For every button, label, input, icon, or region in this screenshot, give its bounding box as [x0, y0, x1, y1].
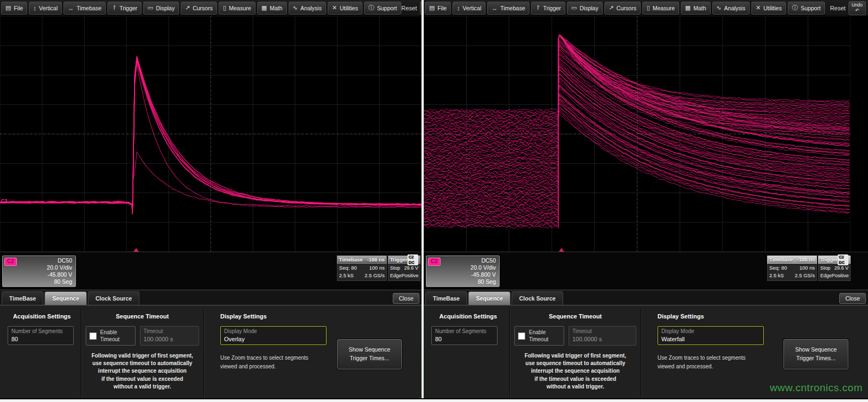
- timebase-icon: ↔: [492, 5, 497, 11]
- menu-item-label: Support: [801, 5, 821, 11]
- timeout-field[interactable]: Timeout 100.0000 s: [140, 326, 199, 346]
- channel-descriptor[interactable]: C2 DC50 20.0 V/div -45.800 V 80 Seg: [2, 256, 76, 287]
- sequence-timeout-note: Following valid trigger of first segment…: [86, 352, 199, 391]
- show-sequence-trigger-times-button[interactable]: Show Sequence Trigger Times...: [783, 339, 848, 369]
- menu-item-label: Trigger: [543, 5, 561, 11]
- sequence-timeout-note: Following valid trigger of first segment…: [514, 352, 636, 391]
- menu-item-display[interactable]: ▭Display: [567, 2, 603, 15]
- display-mode-value: Overlay: [224, 336, 323, 343]
- undo-button[interactable]: Undo ↶: [848, 1, 866, 15]
- tab-clock-source[interactable]: Clock Source: [512, 291, 563, 305]
- tab-timebase[interactable]: TimeBase: [425, 291, 467, 305]
- menu-item-label: Display: [579, 5, 598, 11]
- trigger-time-marker[interactable]: [133, 248, 139, 252]
- measure-icon: ▯: [647, 4, 650, 11]
- display-icon: ▭: [571, 4, 577, 11]
- menu-item-vertical[interactable]: ↕Vertical: [29, 2, 62, 15]
- menu-item-label: Utilities: [340, 5, 358, 11]
- display-mode-label: Display Mode: [224, 328, 323, 335]
- tab-timebase[interactable]: TimeBase: [2, 291, 43, 305]
- trigger-descriptor[interactable]: Trigger C2 DC Stop 29.6 V Edge Positive: [388, 256, 420, 281]
- trigger-source-badge: C2 DC: [407, 254, 418, 265]
- menu-item-math[interactable]: ▦Math: [257, 2, 287, 15]
- cursors-icon: ↗: [609, 4, 614, 11]
- descriptor-bar: C2 DC50 20.0 V/div -45.800 V 80 Seg Time…: [0, 252, 422, 290]
- show-sequence-trigger-times-button[interactable]: Show Sequence Trigger Times...: [337, 339, 402, 369]
- channel-descriptor[interactable]: C2 DC50 20.0 V/div -45.800 V 80 Seg: [426, 256, 500, 287]
- timeout-field[interactable]: Timeout 100.0000 s: [569, 326, 636, 346]
- number-of-segments-field[interactable]: Number of Segments 80: [8, 326, 74, 345]
- reset-button[interactable]: Reset: [401, 5, 417, 11]
- menu-item-cursors[interactable]: ↗Cursors: [181, 2, 217, 15]
- menu-item-support[interactable]: ⓘSupport: [364, 2, 401, 15]
- watermark: www.cntronics.com: [770, 382, 863, 394]
- trigger-time-marker[interactable]: [559, 248, 564, 252]
- menu-item-label: Timebase: [76, 5, 101, 11]
- menu-item-file[interactable]: ▤File: [1, 2, 27, 15]
- menu-item-utilities[interactable]: ✕Utilities: [328, 2, 362, 15]
- timebase-descriptor[interactable]: Timebase -188 ns Seq: 80 100 ns 2.5 kS 2…: [337, 256, 387, 281]
- menu-item-trigger[interactable]: ↾Trigger: [107, 2, 142, 15]
- menu-item-trigger[interactable]: ↾Trigger: [531, 2, 565, 15]
- menu-item-label: Support: [377, 5, 397, 11]
- menu-item-label: Measure: [653, 5, 675, 11]
- menu-item-label: Measure: [229, 5, 251, 11]
- menu-item-utilities[interactable]: ✕Utilities: [751, 2, 786, 15]
- dialog-tab-bar: TimeBaseSequenceClock SourceClose: [424, 290, 868, 305]
- utilities-icon: ✕: [332, 4, 337, 11]
- dialog-tab-bar: TimeBaseSequenceClock SourceClose: [0, 290, 422, 305]
- support-icon: ⓘ: [368, 4, 374, 12]
- menu-item-measure[interactable]: ▯Measure: [219, 2, 256, 15]
- menu-item-cursors[interactable]: ↗Cursors: [604, 2, 641, 15]
- menu-item-label: Timebase: [500, 5, 525, 11]
- menu-item-math[interactable]: ▦Math: [681, 2, 711, 15]
- close-button[interactable]: Close: [839, 293, 866, 304]
- menu-item-display[interactable]: ▭Display: [143, 2, 179, 15]
- menu-item-label: Cursors: [193, 5, 213, 11]
- menu-item-analysis[interactable]: ∿Analysis: [289, 2, 326, 15]
- tab-clock-source[interactable]: Clock Source: [88, 291, 139, 305]
- menu-item-vertical[interactable]: ↕Vertical: [452, 2, 486, 15]
- menu-item-timebase[interactable]: ↔Timebase: [63, 2, 106, 15]
- trigger-type: Edge: [820, 272, 832, 279]
- number-of-segments-label: Number of Segments: [435, 328, 494, 335]
- tab-sequence[interactable]: Sequence: [44, 291, 87, 305]
- display-mode-select[interactable]: Display Mode Waterfall: [658, 326, 764, 345]
- file-icon: ▤: [429, 4, 435, 11]
- waveform-inner: [424, 16, 851, 252]
- trigger-descriptor[interactable]: Trigger C2 DC Stop 29.6 V Edge Positive: [818, 256, 851, 281]
- display-mode-value: Waterfall: [661, 336, 760, 343]
- enable-timeout-checkbox[interactable]: [90, 333, 97, 340]
- dual-oscilloscope-screenshot: ▤File↕Vertical↔Timebase↾Trigger▭Display↗…: [0, 0, 868, 402]
- channel-zero-marker[interactable]: C2: [1, 198, 8, 203]
- tab-sequence[interactable]: Sequence: [468, 291, 510, 305]
- menu-item-file[interactable]: ▤File: [425, 2, 451, 15]
- undo-button[interactable]: Undo ↶: [420, 1, 422, 15]
- menu-item-label: Math: [270, 5, 282, 11]
- menu-item-timebase[interactable]: ↔Timebase: [487, 2, 529, 15]
- menu-item-analysis[interactable]: ∿Analysis: [712, 2, 750, 15]
- timebase-delay: -188 ns: [797, 257, 815, 263]
- enable-timeout-checkbox[interactable]: [518, 333, 525, 340]
- timebase-descriptor[interactable]: Timebase -188 ns Seq: 80 100 ns 2.5 kS 2…: [767, 256, 817, 281]
- display-mode-select[interactable]: Display Mode Overlay: [220, 326, 327, 345]
- trigger-slope: Positive: [832, 272, 849, 279]
- sequence-timeout-section: Sequence Timeout Enable Timeout Timeout …: [81, 309, 203, 398]
- support-icon: ⓘ: [792, 4, 798, 12]
- enable-timeout-toggle[interactable]: Enable Timeout: [514, 326, 564, 346]
- channel-badge: C2: [4, 258, 17, 266]
- menu-item-label: Vertical: [39, 5, 58, 11]
- enable-timeout-toggle[interactable]: Enable Timeout: [86, 326, 136, 346]
- menu-item-support[interactable]: ⓘSupport: [788, 2, 825, 15]
- waveform-plot: [0, 16, 422, 252]
- reset-button[interactable]: Reset: [830, 5, 846, 11]
- waveform-display: C2: [0, 16, 422, 252]
- number-of-segments-label: Number of Segments: [11, 328, 70, 335]
- trigger-label: Trigger: [820, 257, 838, 263]
- menu-item-label: Analysis: [301, 5, 322, 11]
- close-button[interactable]: Close: [393, 293, 419, 304]
- menu-item-measure[interactable]: ▯Measure: [642, 2, 679, 15]
- number-of-segments-field[interactable]: Number of Segments 80: [431, 326, 497, 345]
- waveform-inner: C2: [0, 16, 422, 252]
- number-of-segments-value: 80: [435, 336, 494, 343]
